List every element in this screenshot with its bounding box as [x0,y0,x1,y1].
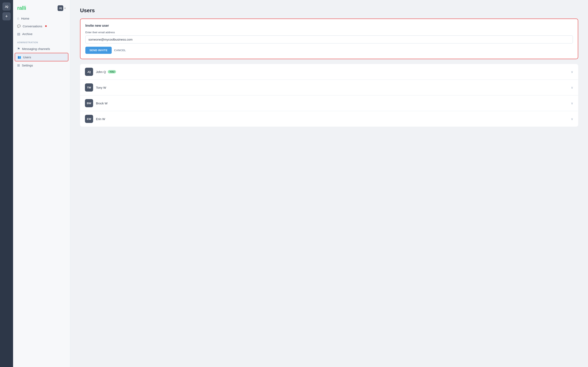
admin-section-label: ADMINISTRATION [13,38,70,45]
chat-icon [17,24,21,28]
user-menu[interactable]: JQ ∨ [58,5,66,11]
expand-user-chevron-icon[interactable]: ∨ [571,101,573,105]
sidebar-item-archive-label: Archive [22,32,33,36]
expand-user-chevron-icon[interactable]: ∨ [571,70,573,74]
user-avatar: BW [85,99,93,107]
user-row[interactable]: JQJohn QYOU∨ [80,64,578,80]
nav-sidebar: ralli JQ ∨ Home Conversations Archive AD… [13,0,70,367]
send-invite-button[interactable]: SEND INVITE [85,47,112,54]
user-menu-chevron-icon: ∨ [64,7,66,9]
user-name: John Q [96,70,106,74]
user-row[interactable]: BWBrock W∨ [80,95,578,111]
page-title: Users [80,7,578,14]
notification-dot [45,25,47,27]
user-avatar: TW [85,83,93,92]
channel-icon [17,47,20,51]
email-input[interactable] [85,35,573,43]
user-name: Tony W [96,86,106,89]
archive-icon [17,32,20,36]
settings-icon [17,63,20,67]
sidebar-item-settings-label: Settings [22,64,33,67]
you-badge: YOU [108,70,116,73]
cancel-button[interactable]: CANCEL [114,49,126,52]
dark-sidebar: JQ + [0,0,13,367]
invite-actions: SEND INVITE CANCEL [85,47,573,54]
sidebar-item-home-label: Home [21,17,29,20]
sidebar-item-home[interactable]: Home [13,15,70,22]
email-field-label: Enter their email address [85,31,573,34]
sidebar-item-conversations[interactable]: Conversations [13,22,70,30]
home-icon [17,17,19,20]
logo-text: ralli [17,5,26,11]
expand-user-chevron-icon[interactable]: ∨ [571,86,573,90]
main-content: Users Invite new user Enter their email … [70,0,588,367]
user-avatar: JQ [85,68,93,76]
user-avatar: EW [85,115,93,123]
users-icon [17,55,21,59]
sidebar-item-users[interactable]: Users [15,53,68,61]
user-row[interactable]: EWErin W∨ [80,111,578,127]
sidebar-item-settings[interactable]: Settings [13,61,70,69]
sidebar-item-messaging-channels-label: Messaging channels [22,47,50,50]
add-workspace-button[interactable]: + [2,12,11,20]
sidebar-item-messaging-channels[interactable]: Messaging channels [13,45,70,53]
sidebar-item-conversations-label: Conversations [23,25,42,28]
users-list-card: JQJohn QYOU∨TWTony W∨BWBrock W∨EWErin W∨ [80,64,578,127]
workspace-avatar-button[interactable]: JQ [2,2,11,11]
user-row[interactable]: TWTony W∨ [80,80,578,95]
sidebar-item-users-label: Users [23,55,31,59]
expand-user-chevron-icon[interactable]: ∨ [571,117,573,121]
user-name: Brock W [96,101,108,105]
sidebar-item-archive[interactable]: Archive [13,30,70,38]
logo-area: ralli JQ ∨ [13,3,70,15]
invite-user-card: Invite new user Enter their email addres… [80,18,578,59]
nav-user-avatar: JQ [58,5,63,11]
invite-card-title: Invite new user [85,24,573,27]
user-name: Erin W [96,117,105,121]
